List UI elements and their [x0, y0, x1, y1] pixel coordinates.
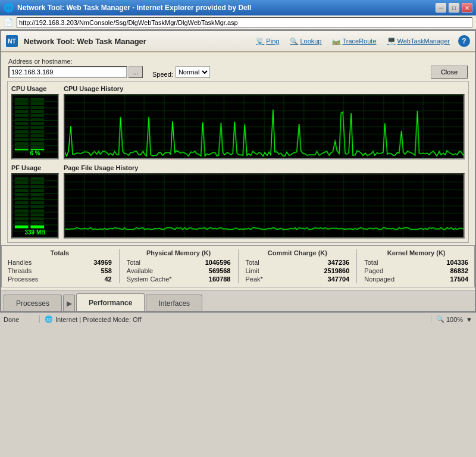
kernel-nonpaged-value: 17504 [427, 276, 468, 283]
divider-2 [238, 249, 239, 283]
phys-available-label: Available [127, 267, 153, 274]
ping-label: Ping [266, 37, 279, 45]
window-title: Network Tool: Web Task Manager - Interne… [17, 4, 251, 12]
phys-total-value: 1046596 [189, 259, 231, 266]
divider-3 [356, 249, 357, 283]
traceroute-icon: 🛤️ [332, 37, 340, 45]
lookup-label: Lookup [300, 37, 321, 45]
address-bar: 📄 [0, 15, 476, 30]
totals-title: Totals [8, 249, 112, 256]
ping-button[interactable]: 📡 Ping [253, 36, 281, 46]
zoom-arrow-icon: ▼ [466, 316, 472, 323]
app-toolbar: NT Network Tool: Web Task Manager 📡 Ping… [1, 31, 475, 52]
cpu-usage-chart: 6 % [11, 94, 59, 159]
traceroute-label: TraceRoute [342, 37, 376, 45]
tab-performance-label: Performance [89, 299, 132, 307]
totals-col: Totals Handles 34969 Threads 558 Process… [8, 249, 112, 283]
status-bar: Done 🌐 Internet | Protected Mode: Off 🔍 … [0, 312, 476, 325]
processes-label: Processes [8, 276, 38, 283]
kernel-total-value: 104336 [427, 259, 468, 266]
webtaskmanager-button[interactable]: 🖥️ WebTaskManager [385, 36, 452, 46]
kernel-col: Kernel Memory (K) Total 104336 Paged 868… [364, 249, 468, 283]
processes-value: 42 [70, 276, 112, 283]
status-zoom: 🔍 100% ▼ [431, 315, 472, 323]
commit-limit-label: Limit [246, 267, 259, 274]
tab-interfaces[interactable]: Interfaces [146, 295, 202, 311]
cpu-usage-label: CPU Usage [11, 85, 59, 92]
threads-row: Threads 558 [8, 267, 112, 275]
cpu-row: CPU Usage 6 % CPU Usage History [11, 85, 465, 159]
speed-label: Speed: [152, 71, 173, 78]
window-close-button[interactable]: ✕ [462, 3, 472, 12]
cpu-bar-canvas [12, 95, 58, 158]
cpu-history-section: CPU Usage History [64, 85, 465, 159]
threads-label: Threads [8, 267, 32, 274]
maximize-button[interactable]: □ [449, 3, 459, 12]
security-text: Internet | Protected Mode: Off [55, 316, 142, 323]
kernel-paged-row: Paged 86832 [364, 267, 468, 275]
host-input[interactable] [8, 66, 127, 78]
title-bar-left: 🌐 Network Tool: Web Task Manager - Inter… [4, 3, 251, 12]
commit-total-value: 347236 [308, 259, 349, 266]
phys-available-value: 569568 [189, 267, 231, 274]
tab-interfaces-label: Interfaces [158, 299, 190, 308]
kernel-paged-value: 86832 [427, 267, 468, 274]
pf-history-section: Page File Usage History [64, 164, 465, 239]
commit-peak-row: Peak* 347704 [246, 275, 350, 283]
cpu-history-chart [64, 94, 465, 159]
close-main-button[interactable]: Close [431, 65, 468, 79]
ping-icon: 📡 [256, 37, 264, 45]
stats-section: Totals Handles 34969 Threads 558 Process… [1, 245, 475, 287]
commit-peak-value: 347704 [308, 276, 349, 283]
cpu-history-canvas [65, 95, 464, 158]
ie-icon: 🌐 [4, 3, 14, 12]
commit-total-label: Total [246, 259, 259, 266]
kernel-nonpaged-label: Nonpaged [364, 276, 394, 283]
cpu-usage-section: CPU Usage 6 % [11, 85, 59, 159]
app-title: Network Tool: Web Task Manager [24, 37, 248, 46]
kernel-total-row: Total 104336 [364, 258, 468, 267]
ie-status-icon: 🌐 [45, 315, 53, 323]
url-input[interactable] [17, 17, 472, 28]
pf-value-label: 339 MB [23, 229, 46, 236]
cpu-value-label: 6 % [29, 150, 41, 156]
status-text: Done [4, 316, 39, 323]
pf-history-label: Page File Usage History [64, 164, 465, 171]
phys-total-label: Total [127, 259, 140, 266]
threads-value: 558 [70, 267, 112, 274]
physical-memory-col: Physical Memory (K) Total 1046596 Availa… [127, 249, 231, 283]
zoom-icon: 🔍 [436, 315, 444, 323]
help-button[interactable]: ? [458, 35, 470, 47]
processes-row: Processes 42 [8, 275, 112, 283]
traceroute-button[interactable]: 🛤️ TraceRoute [330, 36, 378, 46]
pf-bar-canvas [12, 174, 58, 237]
commit-total-row: Total 347236 [246, 258, 350, 267]
webtaskmanager-icon: 🖥️ [387, 37, 396, 45]
tab-bar: Processes ▶ Performance Interfaces [1, 290, 475, 311]
pf-usage-section: PF Usage 339 MB [11, 164, 59, 239]
title-bar: 🌐 Network Tool: Web Task Manager - Inter… [0, 0, 476, 15]
tab-processes[interactable]: Processes [4, 295, 62, 311]
tab-performance[interactable]: Performance [76, 293, 145, 311]
speed-select[interactable]: Normal Slow Fast [176, 66, 210, 78]
kernel-paged-label: Paged [364, 267, 383, 274]
phys-cache-row: System Cache* 160788 [127, 275, 231, 283]
commit-limit-row: Limit 2519860 [246, 267, 350, 275]
tab-processes-label: Processes [16, 299, 49, 308]
lookup-icon: 🔍 [290, 37, 298, 45]
browse-button[interactable]: ... [129, 66, 143, 78]
address-label: Address or hostname: [8, 58, 143, 65]
lookup-button[interactable]: 🔍 Lookup [287, 36, 324, 46]
pf-history-canvas [65, 174, 464, 237]
phys-available-row: Available 569568 [127, 267, 231, 275]
physical-memory-title: Physical Memory (K) [127, 249, 231, 256]
minimize-button[interactable]: ─ [436, 3, 446, 12]
commit-limit-value: 2519860 [308, 267, 349, 274]
phys-total-row: Total 1046596 [127, 258, 231, 267]
webtaskmanager-label: WebTaskManager [397, 37, 450, 45]
tab-arrow[interactable]: ▶ [63, 295, 75, 311]
pf-usage-label: PF Usage [11, 164, 59, 171]
page-icon: 📄 [4, 18, 13, 27]
commit-title: Commit Charge (K) [246, 249, 350, 256]
handles-row: Handles 34969 [8, 258, 112, 267]
